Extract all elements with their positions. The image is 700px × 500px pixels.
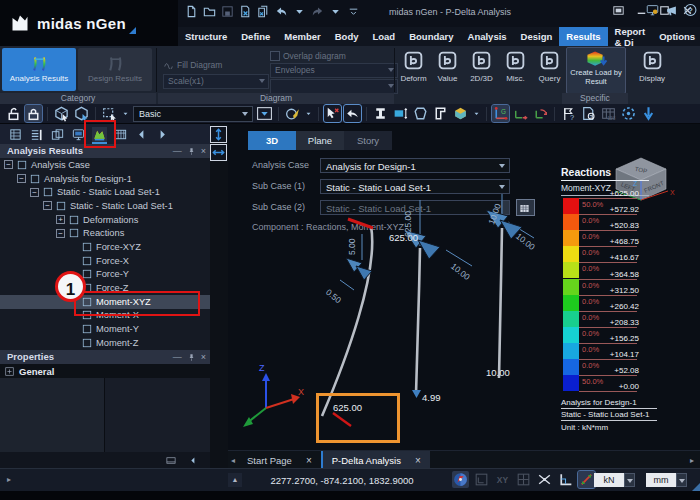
- display-preset-select[interactable]: Basic: [133, 106, 253, 122]
- extrude-icon[interactable]: [412, 105, 429, 122]
- tree-item-reactions[interactable]: −Reactions: [0, 226, 210, 240]
- tree-item-moment-z[interactable]: Moment-Z: [0, 336, 210, 350]
- lock-icon[interactable]: [25, 105, 42, 122]
- collapse-node-icon[interactable]: −: [17, 174, 26, 183]
- menu-tab-boundary[interactable]: Boundary: [402, 27, 460, 46]
- expand-node-icon[interactable]: +: [56, 215, 65, 224]
- intersect-icon[interactable]: [536, 471, 553, 488]
- design-results-button[interactable]: Design Results: [78, 48, 152, 91]
- envelope-case-select[interactable]: [270, 79, 398, 94]
- cursor-back-icon[interactable]: [344, 105, 361, 122]
- pin-icon[interactable]: [187, 352, 196, 363]
- horizontal-fit-icon[interactable]: [211, 145, 226, 160]
- view-iso-icon[interactable]: [53, 105, 70, 122]
- resize-grip[interactable]: [692, 483, 700, 491]
- window-bottom-icon[interactable]: [164, 455, 178, 466]
- envelopes-select[interactable]: Envelopes: [270, 63, 398, 78]
- overlap-diagram-checkbox[interactable]: [270, 51, 280, 61]
- tree-item-analysis-case[interactable]: −Analysis Case: [0, 158, 210, 172]
- tree-item-moment-y[interactable]: Moment-Y: [0, 322, 210, 336]
- tab-scroll-right-icon[interactable]: ▸: [690, 456, 694, 465]
- save-icon[interactable]: [220, 4, 235, 19]
- tab-scroll-left-icon[interactable]: ◂: [231, 456, 235, 465]
- collapse-node-icon[interactable]: −: [56, 229, 65, 238]
- circle-select-icon[interactable]: [620, 105, 637, 122]
- force-unit-select[interactable]: kN: [594, 473, 635, 487]
- plane-status-icon[interactable]: XY: [494, 471, 511, 488]
- menu-tab-results[interactable]: Results: [559, 27, 607, 46]
- length-unit-dropdown[interactable]: [676, 473, 687, 487]
- ucs-move-icon[interactable]: [512, 105, 529, 122]
- collapse-node-icon[interactable]: −: [30, 188, 39, 197]
- grid-status-icon[interactable]: [515, 471, 532, 488]
- expand-status-icon[interactable]: ▲: [228, 473, 242, 487]
- deform-button[interactable]: Deform: [398, 48, 429, 91]
- table-dim-icon[interactable]: 123: [600, 105, 617, 122]
- solid-icon[interactable]: [452, 105, 469, 122]
- chevron-down-icon[interactable]: [121, 105, 130, 122]
- tree-item-deformations[interactable]: +Deformations: [0, 213, 210, 227]
- length-unit-select[interactable]: mm: [646, 473, 687, 487]
- fill-diagram-label[interactable]: Fill Diagram: [177, 60, 222, 70]
- close-all-icon[interactable]: [256, 4, 271, 19]
- misc--button[interactable]: Misc.: [500, 48, 531, 91]
- doc-gear-icon[interactable]: ?: [580, 105, 597, 122]
- chevron-down-icon[interactable]: [292, 4, 307, 19]
- rotate-icon[interactable]: [452, 471, 469, 488]
- new-doc-icon[interactable]: [184, 4, 199, 19]
- tables-icon[interactable]: [29, 127, 44, 142]
- undock-icon[interactable]: —: [173, 144, 182, 158]
- undock-icon[interactable]: —: [173, 350, 182, 364]
- message-toggle-icon[interactable]: ▸: [7, 475, 11, 484]
- ucs-rotate-icon[interactable]: [532, 105, 549, 122]
- collapse-node-icon[interactable]: −: [4, 160, 13, 169]
- flag-query-icon[interactable]: ?: [560, 105, 577, 122]
- tree-item-static-static-load-set-1[interactable]: −Static - Static Load Set-1: [0, 199, 210, 213]
- document-tab-p-delta-analysis[interactable]: P-Delta Analysis×: [321, 451, 430, 469]
- menu-tab-options[interactable]: Options: [652, 27, 700, 46]
- document-tab-start-page[interactable]: Start Page×: [238, 451, 321, 469]
- collapse-node-icon[interactable]: −: [43, 201, 52, 210]
- tree-item-force-x[interactable]: Force-X: [0, 254, 210, 268]
- chevron-down-icon[interactable]: [304, 105, 313, 122]
- notice-icon[interactable]: [664, 3, 679, 17]
- ucs-icon[interactable]: G: [492, 105, 509, 122]
- group-tree-icon[interactable]: [50, 127, 65, 142]
- menu-tab-analysis[interactable]: Analysis: [461, 27, 514, 46]
- chev-box-icon[interactable]: [256, 105, 273, 122]
- close-tab-icon[interactable]: ×: [306, 455, 312, 466]
- expand-plus-icon[interactable]: [4, 366, 15, 377]
- close-panel-icon[interactable]: ×: [201, 144, 206, 158]
- cursor-x-icon[interactable]: [324, 105, 341, 122]
- works-tree-icon[interactable]: [8, 127, 23, 142]
- help-icon[interactable]: ?: [683, 3, 698, 17]
- menu-tab-report-di[interactable]: Report & Di: [608, 27, 653, 46]
- menu-tab-load[interactable]: Load: [365, 27, 402, 46]
- style-icon[interactable]: [610, 3, 627, 18]
- 2d-3d-button[interactable]: 2D/3D: [466, 48, 497, 91]
- tree-item-static-static-load-set-1[interactable]: −Static - Static Load Set-1: [0, 185, 210, 199]
- compass-pen-icon[interactable]: [284, 105, 301, 122]
- tree-item-analysis-for-design-1[interactable]: −Analysis for Design-1: [0, 172, 210, 186]
- arrow-down-blue-icon[interactable]: [640, 105, 657, 122]
- tree-item-force-xyz[interactable]: Force-XYZ: [0, 240, 210, 254]
- undo-icon[interactable]: [274, 4, 289, 19]
- menu-tab-body[interactable]: Body: [328, 27, 366, 46]
- display-button[interactable]: Display: [632, 48, 672, 91]
- redo-icon[interactable]: [310, 4, 325, 19]
- vertical-fit-icon[interactable]: [211, 127, 226, 142]
- measure-icon[interactable]: [578, 471, 595, 488]
- feedback-icon[interactable]: [645, 3, 660, 17]
- force-unit-dropdown[interactable]: [624, 473, 635, 487]
- unlock-icon[interactable]: [5, 105, 22, 122]
- scale-select[interactable]: Scale(x1): [163, 74, 269, 89]
- tree-item-force-y[interactable]: Force-Y: [0, 268, 210, 282]
- collapse-left-icon[interactable]: [186, 455, 200, 466]
- properties-general-group[interactable]: General: [0, 364, 214, 378]
- model-view[interactable]: 3DPlaneStory Analysis Case Analysis for …: [228, 124, 700, 450]
- close-tab-icon[interactable]: ×: [415, 455, 421, 466]
- analysis-results-button[interactable]: Analysis Results: [2, 48, 76, 91]
- chevron-down-icon[interactable]: [472, 105, 481, 122]
- section-box-icon[interactable]: [392, 105, 409, 122]
- close-panel-icon[interactable]: ×: [201, 350, 206, 364]
